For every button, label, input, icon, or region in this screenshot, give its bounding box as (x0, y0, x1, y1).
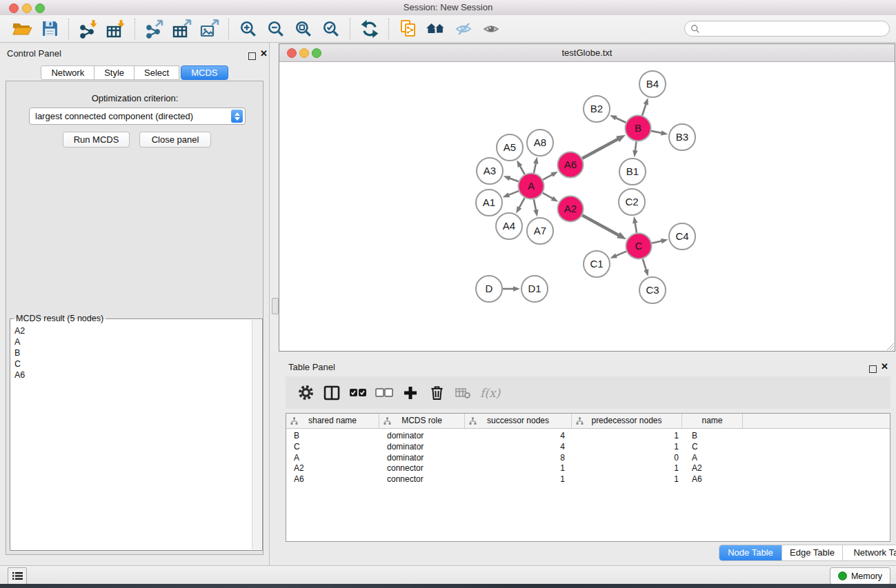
node-A3[interactable]: A3 (477, 158, 503, 184)
task-history-button[interactable] (8, 567, 27, 585)
result-item-B[interactable]: B (12, 347, 252, 358)
table-row[interactable]: Adominator80A (286, 452, 890, 463)
edge-A-A4[interactable] (519, 198, 525, 209)
maximize-view-icon[interactable] (312, 48, 321, 58)
tab-node-table[interactable]: Node Table (719, 545, 782, 560)
memory-button[interactable]: Memory (830, 567, 890, 585)
zoom-fit-icon[interactable] (290, 17, 317, 41)
select-all-icon[interactable] (345, 380, 371, 406)
node-B1[interactable]: B1 (619, 159, 646, 185)
edge-B-B4[interactable] (642, 103, 646, 116)
network-window-titlebar[interactable]: testGlobe.txt (279, 44, 895, 62)
import-network-icon[interactable] (74, 17, 102, 41)
result-item-A6[interactable]: A6 (12, 369, 252, 381)
node-B2[interactable]: B2 (584, 96, 610, 122)
zoom-window-icon[interactable] (35, 3, 45, 13)
result-scrollbar[interactable] (252, 320, 261, 549)
close-window-icon[interactable] (9, 3, 19, 13)
float-table-panel-icon[interactable] (869, 363, 877, 376)
edge-C-C2[interactable] (635, 222, 637, 233)
search-box[interactable] (684, 21, 890, 37)
edge-C-C1[interactable] (615, 252, 626, 256)
import-table-icon[interactable] (102, 17, 130, 41)
export-table-icon[interactable] (168, 17, 196, 41)
node-D[interactable]: D (476, 276, 502, 302)
new-network-from-selection-icon[interactable] (395, 17, 422, 41)
resize-grip-icon[interactable] (885, 341, 894, 350)
edge-A-A1[interactable] (508, 191, 519, 195)
edge-C-C3[interactable] (643, 259, 647, 272)
node-A6[interactable]: A6 (558, 152, 584, 178)
table-row[interactable]: Bdominator41B (286, 430, 890, 441)
float-panel-icon[interactable] (248, 50, 256, 63)
node-B[interactable]: B (626, 116, 651, 141)
function-builder-icon[interactable]: f(x) (480, 386, 500, 400)
tab-edge-table[interactable]: Edge Table (782, 545, 843, 560)
table-row[interactable]: A2connector11A2 (286, 463, 890, 474)
deselect-all-icon[interactable] (371, 380, 397, 406)
node-C3[interactable]: C3 (639, 277, 666, 303)
zoom-out-icon[interactable] (262, 17, 290, 41)
column-icon[interactable] (319, 380, 345, 406)
add-icon[interactable] (397, 380, 424, 406)
edge-A-A6[interactable] (543, 174, 553, 180)
tab-mcds[interactable]: MCDS (181, 65, 228, 80)
tab-network-table[interactable]: Network Table (843, 545, 896, 560)
save-session-icon[interactable] (36, 17, 63, 41)
column-header-predecessor-nodes[interactable]: predecessor nodes (572, 414, 682, 428)
column-header-MCDS-role[interactable]: MCDS role (379, 414, 465, 428)
zoom-in-icon[interactable] (235, 17, 262, 41)
run-mcds-button[interactable]: Run MCDS (63, 132, 130, 148)
home-icon[interactable] (422, 17, 450, 41)
vertical-split-handle[interactable] (272, 298, 279, 314)
table-row[interactable]: Cdominator41C (286, 441, 890, 452)
node-B3[interactable]: B3 (669, 124, 695, 150)
edge-B-B3[interactable] (651, 131, 662, 133)
hide-selected-icon[interactable] (450, 17, 477, 41)
minimize-view-icon[interactable] (299, 48, 309, 58)
node-C1[interactable]: C1 (584, 251, 610, 277)
column-header-name[interactable]: name (682, 414, 743, 428)
refresh-icon[interactable] (356, 17, 384, 41)
edge-A-A2[interactable] (543, 193, 553, 199)
export-image-icon[interactable] (196, 17, 223, 41)
result-item-A[interactable]: A (12, 336, 252, 347)
table-row[interactable]: A6connector11A6 (286, 474, 890, 485)
node-table[interactable]: shared nameMCDS rolesuccessor nodesprede… (286, 413, 890, 542)
node-A[interactable]: A (519, 174, 544, 199)
edge-B-B1[interactable] (635, 141, 637, 152)
edge-A6-B[interactable] (582, 139, 619, 159)
edge-A-A3[interactable] (508, 178, 518, 181)
node-A8[interactable]: A8 (527, 130, 553, 156)
node-A5[interactable]: A5 (497, 134, 523, 161)
minimize-window-icon[interactable] (22, 3, 32, 13)
node-D1[interactable]: D1 (521, 276, 548, 302)
delete-icon[interactable] (424, 380, 450, 406)
close-panel-icon[interactable]: ✕ (260, 50, 268, 58)
criterion-select[interactable]: largest connected component (directed) (29, 108, 246, 125)
close-view-icon[interactable] (287, 48, 297, 58)
result-item-C[interactable]: C (12, 358, 252, 369)
node-A7[interactable]: A7 (527, 218, 553, 244)
node-B4[interactable]: B4 (639, 71, 666, 97)
tab-style[interactable]: Style (94, 65, 135, 80)
node-C[interactable]: C (626, 234, 652, 259)
network-canvas[interactable]: B4B2BB3A8A5A6B1A3AC2A1A2A4A7C4CC1DD1C3 (279, 62, 895, 351)
export-network-icon[interactable] (141, 17, 168, 41)
show-all-icon[interactable] (477, 17, 505, 41)
close-panel-button[interactable]: Close panel (139, 132, 211, 148)
tab-network[interactable]: Network (41, 65, 94, 80)
edge-A-A5[interactable] (519, 165, 525, 174)
column-header-successor-nodes[interactable]: successor nodes (465, 414, 572, 428)
search-input[interactable] (700, 22, 889, 36)
node-A2[interactable]: A2 (558, 196, 584, 222)
gear-icon[interactable] (292, 380, 319, 406)
edge-A2-C[interactable] (582, 215, 619, 236)
node-A1[interactable]: A1 (476, 190, 502, 216)
tab-select[interactable]: Select (134, 65, 179, 80)
edge-A-A7[interactable] (534, 199, 536, 211)
close-table-panel-icon[interactable]: ✕ (881, 363, 888, 371)
edge-C-C4[interactable] (652, 241, 663, 243)
node-C2[interactable]: C2 (619, 189, 645, 215)
node-A4[interactable]: A4 (496, 213, 522, 239)
